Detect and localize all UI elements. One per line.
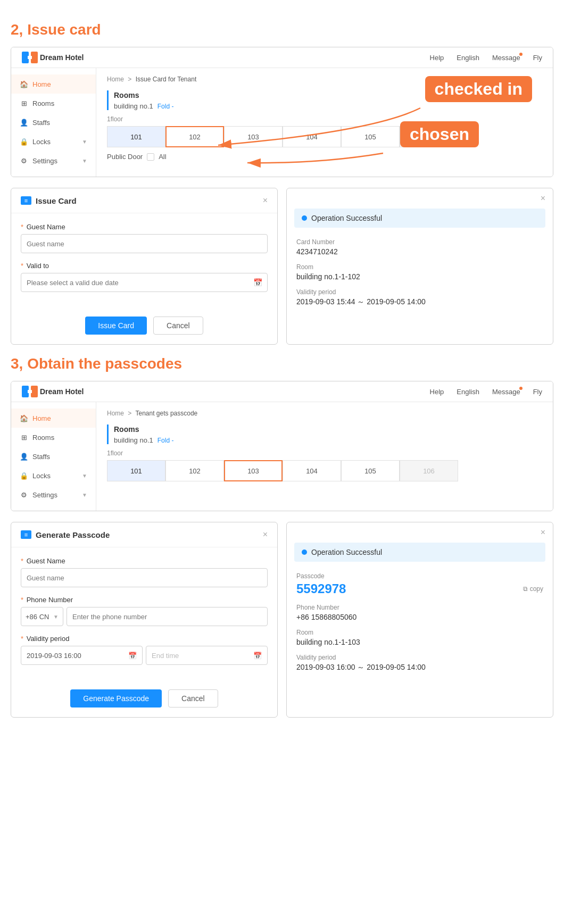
section3-room-grid: 101 102 103 104 105 106 <box>107 460 542 481</box>
section3-room-106-label: 106 <box>423 467 435 475</box>
section3-sidebar-locks[interactable]: 🔒 Locks ▼ <box>11 466 96 485</box>
section3-rooms-title: Rooms <box>114 425 139 434</box>
section3-sidebar-staffs[interactable]: 👤 Staffs <box>11 447 96 466</box>
section3-room-cell-104[interactable]: 104 <box>283 460 341 481</box>
dialog-title-area: Issue Card <box>21 196 77 205</box>
nav-english[interactable]: English <box>457 54 479 62</box>
section3-building-row: building no.1 Fold - <box>114 436 542 444</box>
room-101-label: 101 <box>130 133 142 141</box>
fold-link[interactable]: Fold - <box>157 103 174 110</box>
success-banner: Operation Successful <box>294 209 545 228</box>
validity-result-value: 2019-09-03 16:00 ～ 2019-09-05 14:00 <box>296 663 543 672</box>
floor-label: 1floor <box>107 115 542 123</box>
sidebar-item-staffs[interactable]: 👤 Staffs <box>11 113 96 132</box>
section3-nav-fly[interactable]: Fly <box>533 388 542 396</box>
section3-rooms-icon: ⊞ <box>20 433 28 442</box>
nav-message[interactable]: Message <box>492 54 520 62</box>
sidebar-settings-label: Settings <box>32 157 57 165</box>
section3-dialog-footer: Generate Passcode Cancel <box>11 683 277 717</box>
building-row: building no.1 Fold - <box>114 102 542 110</box>
success-close-btn-2[interactable]: × <box>541 528 545 537</box>
settings-icon: ⚙ <box>20 156 28 165</box>
section3-nav-help[interactable]: Help <box>430 388 444 396</box>
success-header: × <box>287 188 553 203</box>
phone-number-field: * Phone Number +86 CN ▼ <box>21 596 268 626</box>
section3-title: 3, Obtain the passcodes <box>11 355 553 372</box>
section3-dialog-close-btn[interactable]: × <box>263 530 268 539</box>
generate-passcode-button[interactable]: Generate Passcode <box>70 689 162 707</box>
section3-room-cell-101[interactable]: 101 <box>107 460 165 481</box>
room-value: building no.1-1-102 <box>296 272 543 281</box>
success-body-2: Passcode 5592978 ⧉ copy Phone Number +86… <box>287 567 553 689</box>
section3-room-cell-103[interactable]: 103 <box>224 460 283 481</box>
validity-period-label: * Validity period <box>21 635 268 643</box>
section2-dialog-row: Issue Card × * Guest Name * Valid to 📅 <box>11 188 553 345</box>
section3-sidebar-home[interactable]: 🏠 Home <box>11 409 96 428</box>
section3-sidebar-rooms[interactable]: ⊞ Rooms <box>11 428 96 447</box>
section3-app-window: Dream Hotel Help English Message Fly 🏠 H… <box>11 381 553 511</box>
sidebar-item-locks[interactable]: 🔒 Locks ▼ <box>11 132 96 151</box>
success-close-btn[interactable]: × <box>541 194 545 203</box>
section3-fold-link[interactable]: Fold - <box>157 437 174 444</box>
section3-nav-english[interactable]: English <box>457 388 479 396</box>
copy-icon: ⧉ <box>523 585 528 593</box>
room-label: Room <box>296 263 543 271</box>
section3-dialog-title: Generate Passcode <box>36 530 110 539</box>
dialog-title: Issue Card <box>36 196 77 205</box>
cancel-button[interactable]: Cancel <box>153 317 203 335</box>
start-date-display[interactable]: 2019-09-03 16:00 📅 <box>21 646 143 665</box>
sidebar-locks-label: Locks <box>32 138 51 146</box>
phone-number-input[interactable] <box>67 607 268 626</box>
section3-room-103-label: 103 <box>247 467 259 475</box>
room-104-label: 104 <box>306 133 318 141</box>
nav-fly[interactable]: Fly <box>533 54 542 62</box>
card-number-label: Card Number <box>296 238 543 246</box>
section3-cancel-button[interactable]: Cancel <box>168 689 218 707</box>
section3-guest-name-input[interactable] <box>21 568 268 587</box>
breadcrumb-home[interactable]: Home <box>107 76 124 83</box>
dialog-close-btn[interactable]: × <box>263 196 268 205</box>
section3-room-cell-102[interactable]: 102 <box>165 460 224 481</box>
room-cell-101[interactable]: 101 <box>107 126 165 147</box>
room-105-label: 105 <box>364 133 376 141</box>
room-result-label: Room <box>296 629 543 636</box>
issue-card-button[interactable]: Issue Card <box>85 317 147 335</box>
section3-settings-label: Settings <box>32 491 57 499</box>
validity-result-field: Validity period 2019-09-03 16:00 ～ 2019-… <box>296 654 543 672</box>
all-checkbox[interactable] <box>147 153 154 161</box>
room-cell-105[interactable]: 105 <box>341 126 400 147</box>
room-cell-102[interactable]: 102 <box>165 126 224 147</box>
passcode-value: 5592978 <box>296 581 346 596</box>
room-cell-106: 106 <box>400 126 458 147</box>
country-code-select[interactable]: +86 CN ▼ <box>21 607 63 626</box>
valid-to-input[interactable] <box>21 273 268 292</box>
sidebar-item-settings[interactable]: ⚙ Settings ▼ <box>11 151 96 170</box>
locks-arrow-icon: ▼ <box>82 139 87 145</box>
end-date-display[interactable]: End time 📅 <box>146 646 268 665</box>
operation-success-text-2: Operation Successful <box>311 548 382 556</box>
breadcrumb: Home > Issue Card for Tenant <box>107 76 542 83</box>
required-mark: * <box>21 223 23 231</box>
room-cell-103[interactable]: 103 <box>224 126 283 147</box>
success-dialog-2: × Operation Successful Passcode 5592978 … <box>286 522 553 718</box>
section3-locks-arrow-icon: ▼ <box>82 473 87 479</box>
sidebar-rooms-label: Rooms <box>32 99 54 107</box>
app-body: 🏠 Home ⊞ Rooms 👤 Staffs 🔒 Locks ▼ ⚙ <box>11 68 553 177</box>
room-cell-104[interactable]: 104 <box>283 126 341 147</box>
sidebar-item-rooms[interactable]: ⊞ Rooms <box>11 94 96 113</box>
phone-result-value: +86 15868805060 <box>296 613 543 621</box>
section3-dialog-title-area: Generate Passcode <box>21 530 110 539</box>
copy-button[interactable]: ⧉ copy <box>523 585 543 593</box>
section3-locks-label: Locks <box>32 472 51 480</box>
section3-room-cell-105[interactable]: 105 <box>341 460 400 481</box>
success-dot-icon <box>302 215 307 221</box>
nav-help[interactable]: Help <box>430 54 444 62</box>
section3-nav-message[interactable]: Message <box>492 388 520 396</box>
sidebar-item-home[interactable]: 🏠 Home <box>11 74 96 94</box>
valid-to-label: * Valid to <box>21 262 268 270</box>
section3-sidebar-settings[interactable]: ⚙ Settings ▼ <box>11 485 96 504</box>
validity-result-label: Validity period <box>296 654 543 661</box>
section3-breadcrumb-home[interactable]: Home <box>107 410 124 417</box>
section3-settings-arrow-icon: ▼ <box>82 492 87 498</box>
guest-name-input[interactable] <box>21 234 268 253</box>
